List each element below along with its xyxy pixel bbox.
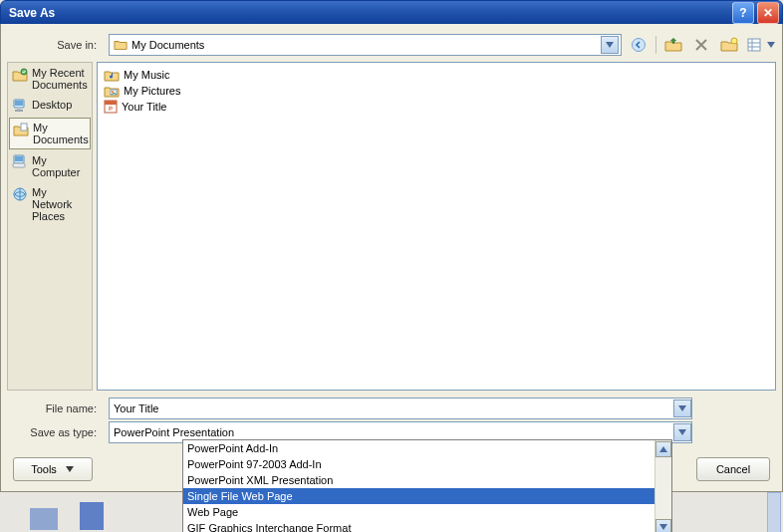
- cancel-label: Cancel: [716, 463, 750, 475]
- chevron-down-icon: [65, 466, 75, 472]
- places-bar: My Recent DocumentsDesktopMy DocumentsMy…: [7, 62, 93, 391]
- new-folder-button[interactable]: [718, 34, 740, 56]
- type-option[interactable]: Web Page: [183, 504, 671, 520]
- svg-rect-11: [21, 124, 27, 131]
- dialog-body: Save in: My Documents: [0, 24, 783, 492]
- delete-button[interactable]: [690, 34, 712, 56]
- bottom-controls: File name: Save as type: PowerPoint Pres…: [7, 397, 776, 444]
- file-name-row: File name:: [7, 397, 776, 420]
- save-in-label: Save in:: [7, 39, 103, 51]
- cancel-button[interactable]: Cancel: [696, 457, 770, 481]
- type-option[interactable]: Single File Web Page: [183, 488, 671, 504]
- places-item-my-network-places[interactable]: My Network Places: [8, 182, 92, 226]
- save-in-combo[interactable]: My Documents: [109, 34, 622, 56]
- file-item[interactable]: PYour Title: [104, 99, 769, 115]
- svg-rect-9: [17, 108, 21, 110]
- svg-rect-19: [105, 101, 117, 105]
- folder-icon: [114, 39, 128, 51]
- scroll-down-button[interactable]: [655, 519, 671, 532]
- title-bar: Save As ? ✕: [0, 0, 783, 26]
- places-item-my-documents[interactable]: My Documents: [9, 118, 91, 149]
- file-item[interactable]: My Music: [104, 67, 769, 83]
- svg-rect-2: [748, 39, 760, 51]
- svg-rect-13: [15, 156, 23, 161]
- file-name-dropdown-button[interactable]: [673, 399, 691, 417]
- help-button[interactable]: ?: [732, 2, 754, 24]
- dialog-title: Save As: [1, 6, 732, 20]
- bg-thumb: [30, 508, 58, 530]
- svg-rect-14: [13, 163, 25, 167]
- place-icon: [13, 122, 29, 137]
- bg-scrollbar: [767, 492, 781, 532]
- svg-point-0: [633, 39, 646, 52]
- save-as-type-dropdown-list[interactable]: PowerPoint Add-InPowerPoint 97-2003 Add-…: [182, 439, 672, 532]
- save-in-value: My Documents: [131, 39, 601, 51]
- main-area: My Recent DocumentsDesktopMy DocumentsMy…: [7, 62, 776, 391]
- type-option[interactable]: PowerPoint XML Presentation: [183, 472, 671, 488]
- music-folder-icon: [104, 68, 120, 82]
- place-icon: [12, 67, 28, 83]
- close-button[interactable]: ✕: [757, 2, 779, 24]
- back-button[interactable]: [628, 34, 650, 56]
- place-label: Desktop: [32, 99, 72, 111]
- places-item-desktop[interactable]: Desktop: [8, 95, 92, 117]
- up-one-level-button[interactable]: [662, 34, 684, 56]
- dropdown-scrollbar[interactable]: [654, 440, 671, 532]
- file-list[interactable]: My MusicMy PicturesPYour Title: [97, 62, 776, 391]
- places-item-my-computer[interactable]: My Computer: [8, 150, 92, 182]
- place-label: My Network Places: [32, 186, 88, 222]
- place-label: My Documents: [33, 122, 89, 145]
- views-button[interactable]: [746, 34, 776, 56]
- presentation-icon: P: [104, 100, 118, 114]
- tools-button[interactable]: Tools: [13, 457, 93, 481]
- toolbar-separator: [655, 36, 656, 54]
- file-name: Your Title: [122, 101, 166, 113]
- type-option[interactable]: PowerPoint Add-In: [183, 440, 671, 456]
- type-option[interactable]: GIF Graphics Interchange Format: [183, 520, 671, 532]
- save-in-row: Save in: My Documents: [7, 34, 776, 56]
- file-name: My Pictures: [124, 85, 180, 97]
- svg-rect-8: [15, 101, 23, 106]
- place-icon: [12, 154, 28, 168]
- svg-rect-10: [15, 110, 23, 112]
- save-as-type-dropdown-button[interactable]: [673, 423, 691, 441]
- file-name-label: File name:: [7, 402, 103, 414]
- save-as-type-label: Save as type:: [7, 426, 103, 438]
- place-label: My Computer: [32, 154, 88, 178]
- pictures-folder-icon: [104, 84, 120, 98]
- place-icon: [12, 186, 28, 202]
- file-name-combo[interactable]: [109, 398, 692, 419]
- save-as-type-value: PowerPoint Presentation: [110, 426, 673, 438]
- places-item-my-recent-documents[interactable]: My Recent Documents: [8, 63, 92, 95]
- file-name-input[interactable]: [110, 399, 673, 417]
- type-option[interactable]: PowerPoint 97-2003 Add-In: [183, 456, 671, 472]
- place-icon: [12, 99, 28, 113]
- save-in-dropdown-button[interactable]: [601, 36, 619, 54]
- svg-text:P: P: [109, 106, 113, 112]
- scroll-up-button[interactable]: [655, 441, 671, 457]
- file-name: My Music: [124, 69, 169, 81]
- tools-label: Tools: [31, 463, 57, 475]
- place-label: My Recent Documents: [32, 67, 88, 91]
- bg-thumb: [80, 502, 104, 530]
- svg-point-1: [731, 38, 737, 44]
- file-item[interactable]: My Pictures: [104, 83, 769, 99]
